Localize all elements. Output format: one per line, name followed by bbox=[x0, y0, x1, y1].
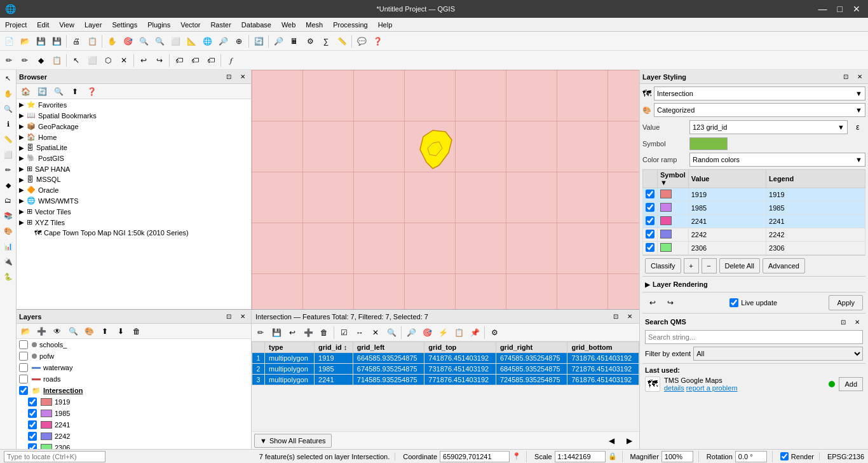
copy-btn[interactable]: 📋 bbox=[451, 325, 466, 340]
layer-dn-btn[interactable]: ⬇ bbox=[113, 324, 128, 339]
report-link[interactable]: report a problem bbox=[686, 384, 738, 392]
save-btn[interactable]: 💾 bbox=[33, 34, 48, 49]
browser-home-btn[interactable]: 🏠 bbox=[18, 84, 33, 99]
value-expr-btn[interactable]: ε bbox=[850, 120, 865, 135]
vertex-tool[interactable]: ◆ bbox=[1, 178, 15, 192]
layer-filter-btn[interactable]: 🔍 bbox=[65, 324, 81, 339]
undo-style-btn[interactable]: ↩ bbox=[645, 295, 660, 310]
digitize-btn[interactable]: ✏ bbox=[17, 53, 32, 68]
layer-checkbox[interactable] bbox=[19, 340, 28, 349]
menu-item-mesh[interactable]: Mesh bbox=[301, 20, 328, 30]
compose-btn[interactable]: 📋 bbox=[85, 34, 100, 49]
sym-check[interactable] bbox=[646, 203, 654, 212]
sum-btn[interactable]: ∑ bbox=[318, 34, 334, 49]
edit-mode-btn[interactable]: ✏ bbox=[1, 53, 17, 68]
zoom-tool[interactable]: 🔍 bbox=[1, 102, 15, 116]
menu-item-processing[interactable]: Processing bbox=[328, 20, 372, 30]
tree-item[interactable]: ▶ 🗄 SpatiaLite bbox=[17, 142, 251, 153]
digitize-tool[interactable]: ✏ bbox=[1, 163, 15, 177]
open-btn[interactable]: 📂 bbox=[17, 34, 32, 49]
calc-btn[interactable]: 🖩 bbox=[287, 34, 302, 49]
layer-remove-btn[interactable]: 🗑 bbox=[129, 324, 144, 339]
tree-item[interactable]: 🗺 Cape Town Topo Map NGI 1:50k (2010 Ser… bbox=[17, 228, 251, 238]
node-btn[interactable]: ◆ bbox=[33, 53, 48, 68]
tree-item[interactable]: ▶ ⊞ SAP HANA bbox=[17, 163, 251, 174]
browser-close-btn[interactable]: ✕ bbox=[237, 71, 248, 83]
tree-item[interactable]: ▶ 🐘 PostGIS bbox=[17, 153, 251, 163]
styling-close-btn[interactable]: ✕ bbox=[854, 71, 865, 83]
layer-item[interactable]: 1919 bbox=[17, 396, 251, 408]
layers-close-btn[interactable]: ✕ bbox=[237, 311, 248, 322]
label-btn[interactable]: 🏷 bbox=[172, 53, 187, 68]
report-tool[interactable]: 📊 bbox=[1, 239, 15, 253]
scroll-right-btn[interactable]: ▶ bbox=[621, 433, 637, 448]
browser-collapse-btn[interactable]: ⬆ bbox=[67, 84, 83, 99]
browser-filter-btn[interactable]: 🔍 bbox=[51, 84, 66, 99]
map-canvas[interactable] bbox=[252, 70, 639, 309]
layer-checkbox[interactable] bbox=[28, 420, 37, 429]
apply-btn[interactable]: Apply bbox=[829, 295, 863, 310]
info-tool[interactable]: ℹ bbox=[1, 117, 15, 131]
symbol-preview[interactable] bbox=[689, 137, 728, 150]
menu-item-layer[interactable]: Layer bbox=[79, 20, 107, 30]
rotation-input[interactable] bbox=[735, 451, 767, 462]
invert-sel-btn[interactable]: ↔ bbox=[352, 325, 367, 340]
desel-btn[interactable]: ✕ bbox=[368, 325, 383, 340]
layer-item[interactable]: pofw bbox=[17, 350, 251, 362]
select-rect-btn[interactable]: ⬜ bbox=[85, 53, 100, 68]
table-row[interactable]: 3 multipolygon 2241 714585.935254875 771… bbox=[252, 375, 639, 385]
undo-btn[interactable]: ↩ bbox=[136, 53, 151, 68]
browser-float-btn[interactable]: ⊡ bbox=[223, 71, 234, 83]
layer-add-btn[interactable]: ➕ bbox=[34, 324, 49, 339]
layer-checkbox[interactable] bbox=[28, 409, 37, 418]
zoom-select-btn[interactable]: 🔎 bbox=[215, 34, 231, 49]
col-grid-right[interactable]: grid_right bbox=[496, 342, 567, 353]
details-link[interactable]: details bbox=[664, 384, 684, 392]
symbol-row-item[interactable]: 1985 1985 bbox=[643, 202, 865, 215]
menu-item-database[interactable]: Database bbox=[236, 20, 276, 30]
layer-up-btn[interactable]: ⬆ bbox=[97, 324, 112, 339]
tree-item[interactable]: ▶ ⊞ XYZ Tiles bbox=[17, 217, 251, 228]
advanced-btn[interactable]: Advanced bbox=[763, 258, 805, 273]
zoom-selected-btn[interactable]: 🔎 bbox=[403, 325, 419, 340]
select-all-btn[interactable]: ☑ bbox=[336, 325, 351, 340]
pointer-tool[interactable]: ↖ bbox=[1, 71, 15, 85]
layer-style-btn[interactable]: 🎨 bbox=[81, 324, 97, 339]
select-btn[interactable]: ↖ bbox=[69, 53, 84, 68]
layer-vis-btn[interactable]: 👁 bbox=[50, 324, 65, 339]
pan-btn[interactable]: ✋ bbox=[104, 34, 119, 49]
layer-item[interactable]: 1985 bbox=[17, 408, 251, 419]
tree-item[interactable]: ▶ 🔶 Oracle bbox=[17, 184, 251, 195]
menu-item-vector[interactable]: Vector bbox=[175, 20, 205, 30]
pan-selected-btn[interactable]: 🎯 bbox=[419, 325, 435, 340]
layer-checkbox[interactable] bbox=[28, 443, 37, 449]
symbol-row-item[interactable]: 2241 2241 bbox=[643, 215, 865, 228]
render-check[interactable] bbox=[780, 452, 789, 460]
coordinate-input[interactable] bbox=[440, 451, 510, 462]
menu-item-edit[interactable]: Edit bbox=[32, 20, 54, 30]
renderer-select[interactable]: Categorized ▼ bbox=[654, 103, 865, 117]
menu-item-view[interactable]: View bbox=[54, 20, 79, 30]
value-select[interactable]: 123 grid_id ▼ bbox=[689, 120, 848, 134]
label2-btn[interactable]: 🏷 bbox=[187, 53, 203, 68]
tree-item[interactable]: ▶ ⭐ Favorites bbox=[17, 99, 251, 110]
menu-item-raster[interactable]: Raster bbox=[205, 20, 236, 30]
scale-input[interactable] bbox=[555, 451, 606, 462]
redo-btn[interactable]: ↪ bbox=[152, 53, 167, 68]
add-service-btn[interactable]: Add bbox=[839, 377, 863, 391]
filter-table-btn[interactable]: 🔍 bbox=[384, 325, 399, 340]
layer-select[interactable]: Intersection ▼ bbox=[654, 86, 865, 100]
paste-btn[interactable]: 📌 bbox=[467, 325, 482, 340]
search-qms-input[interactable] bbox=[645, 330, 863, 344]
tree-item[interactable]: ▶ 📦 GeoPackage bbox=[17, 121, 251, 132]
col-grid-id[interactable]: grid_id ↕ bbox=[315, 342, 353, 353]
locate-input[interactable] bbox=[4, 451, 105, 462]
layer-checkbox[interactable] bbox=[19, 363, 28, 372]
layer-item[interactable]: 2242 bbox=[17, 431, 251, 442]
identify-btn[interactable]: 🔎 bbox=[271, 34, 286, 49]
feature-tool[interactable]: 🗂 bbox=[1, 193, 15, 207]
organize-btn[interactable]: ⚙ bbox=[487, 325, 502, 340]
edit-mode-table-btn[interactable]: ✏ bbox=[253, 325, 268, 340]
col-grid-left[interactable]: grid_left bbox=[353, 342, 424, 353]
python-tool[interactable]: 🐍 bbox=[1, 270, 15, 284]
